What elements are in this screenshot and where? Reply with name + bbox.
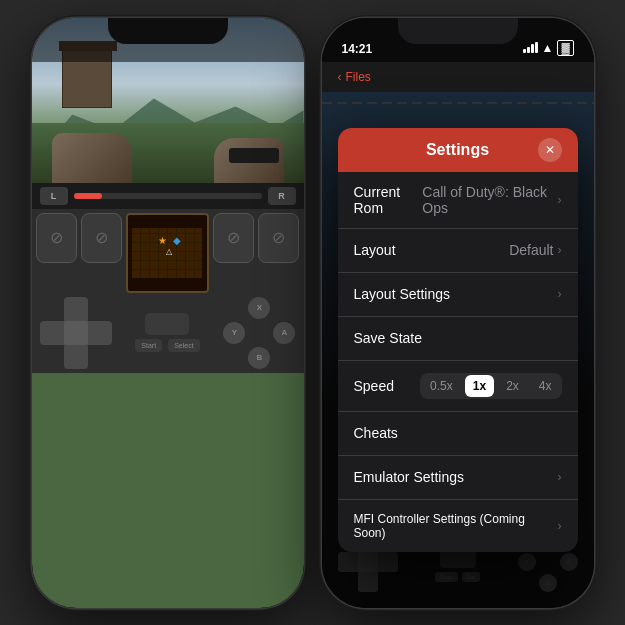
star-icon: ★ [158,235,167,246]
layout-settings-value: › [558,287,562,301]
speed-label: Speed [354,378,394,394]
emulator-settings-value: › [558,470,562,484]
menu-button[interactable] [145,313,189,335]
speed-0.5x-button[interactable]: 0.5x [422,375,461,397]
select-button[interactable]: Select [168,339,199,352]
phone2-menu-btn [440,550,476,568]
layout-chevron: › [558,243,562,257]
phone2-notch [398,18,518,44]
settings-header: Settings ✕ [338,128,578,172]
phone2-y-btn: Y [518,553,536,571]
settings-row-cheats[interactable]: Cheats [338,412,578,456]
lr-health-row: L R [32,183,304,209]
signal-bar-1 [523,49,526,53]
settings-row-save-state[interactable]: Save State [338,317,578,361]
phone2-time: 14:21 [342,42,373,56]
current-rom-value: Call of Duty®: Black Ops › [422,184,561,216]
phone2-a-btn: A [560,553,578,571]
game-controls: ⊘ ⊘ ★ ◆ △ ⊘ ⊘ [32,209,304,373]
phone2-nav: ‹ Files [322,62,594,92]
phone2-ss-row: Start Sel [435,572,480,582]
phone2-center-controls: Start Sel [435,550,480,582]
abxy-buttons: X Y A B [223,297,295,369]
save-state-label: Save State [354,330,423,346]
layout-settings-chevron: › [558,287,562,301]
speed-selector: 0.5x 1x 2x 4x [420,373,561,399]
health-fill [74,193,102,199]
l-button[interactable]: L [40,187,68,205]
barbed-wire [322,102,594,104]
layout-settings-label: Layout Settings [354,286,451,302]
action-btn-right-2[interactable]: ⊘ [258,213,299,263]
x-button[interactable]: X [248,297,270,319]
settings-row-layout[interactable]: Layout Default › [338,229,578,273]
signal-bar-3 [531,44,534,53]
current-rom-chevron: › [558,193,562,207]
action-btn-left-1[interactable]: ⊘ [36,213,77,263]
action-btn-right-1[interactable]: ⊘ [213,213,254,263]
cheats-label: Cheats [354,425,398,441]
action-btn-left-2[interactable]: ⊘ [81,213,122,263]
left-hand [52,133,132,183]
phone-1-status-bar [32,18,304,62]
current-rom-label: Current Rom [354,184,423,216]
phone2-b-btn: B [539,574,557,592]
controls-top-row: ⊘ ⊘ ★ ◆ △ ⊘ ⊘ [36,213,300,293]
y-button[interactable]: Y [223,322,245,344]
start-button[interactable]: Start [135,339,162,352]
a-button[interactable]: A [273,322,295,344]
mini-game-screen: ★ ◆ △ [126,213,209,293]
back-chevron-icon: ‹ [338,70,342,84]
layout-text: Default [509,242,553,258]
settings-row-layout-settings[interactable]: Layout Settings › [338,273,578,317]
controls-bottom-row: Start Select X Y A B [36,297,300,369]
wifi-icon: ▲ [542,41,554,55]
layout-value: Default › [509,242,561,258]
emulator-settings-chevron: › [558,470,562,484]
dpad-center [64,321,88,345]
phone-1: L R ⊘ ⊘ [32,18,304,608]
battery-icon: ▓ [557,40,573,56]
phone-2-content: 14:21 ▲ ▓ ‹ [322,18,594,608]
gun [229,148,279,163]
settings-row-current-rom[interactable]: Current Rom Call of Duty®: Black Ops › [338,172,578,229]
status-right: ▲ ▓ [523,40,574,56]
triangle-icon: △ [166,247,172,256]
current-rom-text: Call of Duty®: Black Ops [422,184,553,216]
mfi-label: MFI Controller Settings (Coming Soon) [354,512,558,540]
phone2-dpad-c [358,552,378,572]
settings-row-emulator-settings[interactable]: Emulator Settings › [338,456,578,500]
b-button[interactable]: B [248,347,270,369]
phone-2-screen: 14:21 ▲ ▓ ‹ [322,18,594,608]
diamond-icon: ◆ [173,235,181,246]
settings-row-mfi[interactable]: MFI Controller Settings (Coming Soon) › [338,500,578,552]
settings-close-button[interactable]: ✕ [538,138,562,162]
signal-bar-4 [535,42,538,53]
game-viewport: L R ⊘ ⊘ [32,18,304,608]
settings-row-speed[interactable]: Speed 0.5x 1x 2x 4x [338,361,578,412]
signal-bars [523,42,538,53]
speed-2x-button[interactable]: 2x [498,375,527,397]
phone-2: 14:21 ▲ ▓ ‹ [322,18,594,608]
emulator-settings-label: Emulator Settings [354,469,465,485]
speed-4x-button[interactable]: 4x [531,375,560,397]
signal-bar-2 [527,47,530,53]
dpad[interactable] [40,297,112,369]
back-button[interactable]: ‹ Files [338,70,371,84]
phone2-select-btn: Sel [462,572,481,582]
back-label: Files [346,70,371,84]
r-button[interactable]: R [268,187,296,205]
phone-1-content: L R ⊘ ⊘ [32,18,304,608]
settings-modal: Settings ✕ Current Rom Call of Duty®: Bl… [338,128,578,552]
phone2-start-btn: Start [435,572,458,582]
mfi-value: › [558,519,562,533]
phone-1-screen: L R ⊘ ⊘ [32,18,304,608]
scene: L R ⊘ ⊘ [0,0,625,625]
health-bar-container [74,193,262,199]
center-buttons: Start Select [135,313,199,352]
speed-1x-button[interactable]: 1x [465,375,494,397]
mfi-chevron: › [558,519,562,533]
settings-title: Settings [378,141,538,159]
layout-label: Layout [354,242,396,258]
start-select-row: Start Select [135,339,199,352]
